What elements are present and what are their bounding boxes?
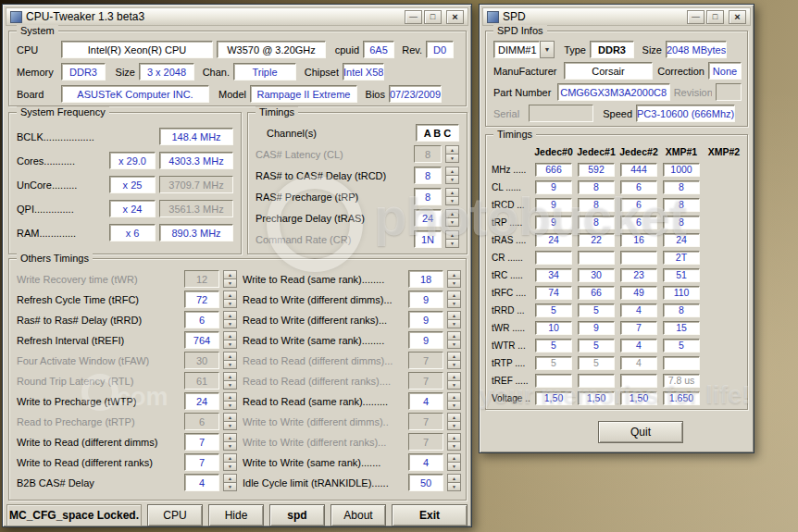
trtp-spinner[interactable]: ▲▼ [223, 413, 237, 430]
spin-down-icon[interactable]: ▼ [445, 175, 459, 184]
trefi-field[interactable]: 764 [184, 331, 219, 349]
trcd-field[interactable]: 8 [414, 167, 442, 184]
trp-spinner[interactable]: ▲▼ [445, 188, 459, 205]
maximize-icon[interactable]: □ [424, 10, 442, 24]
spin-down-icon[interactable]: ▼ [445, 154, 459, 163]
spin-down-icon[interactable]: ▼ [223, 319, 237, 328]
maximize-icon[interactable]: □ [706, 10, 724, 24]
minimize-icon[interactable]: — [687, 10, 704, 24]
ram-multiplier-field[interactable]: x 6 [109, 224, 156, 241]
tras-spinner[interactable]: ▲▼ [445, 209, 459, 227]
wtr-same-spinner[interactable]: ▲▼ [447, 270, 461, 288]
spin-up-icon[interactable]: ▲ [223, 270, 237, 278]
rtw-same-field[interactable]: 9 [408, 331, 443, 349]
spin-up-icon[interactable]: ▲ [223, 433, 237, 441]
rtr-same-field[interactable]: 4 [408, 392, 443, 410]
trrd-field[interactable]: 6 [184, 311, 219, 328]
wtr-ranks-field[interactable]: 7 [184, 453, 219, 471]
cr-field[interactable]: 1N [414, 230, 442, 248]
rtl-spinner[interactable]: ▲▼ [223, 372, 237, 390]
quit-button[interactable]: Quit [598, 421, 683, 443]
spin-up-icon[interactable]: ▲ [223, 331, 237, 340]
spin-down-icon[interactable]: ▼ [223, 401, 237, 410]
trrd-spinner[interactable]: ▲▼ [223, 311, 237, 328]
spin-up-icon[interactable]: ▲ [445, 230, 459, 239]
trcd-spinner[interactable]: ▲▼ [445, 167, 459, 184]
spin-down-icon[interactable]: ▼ [223, 482, 237, 491]
rtw-same-spinner[interactable]: ▲▼ [447, 331, 461, 349]
spin-up-icon[interactable]: ▲ [447, 352, 461, 360]
spin-up-icon[interactable]: ▲ [223, 372, 237, 380]
wtw-dimms-spinner[interactable]: ▲▼ [447, 413, 461, 430]
spd-button[interactable]: spd [269, 504, 325, 526]
spin-down-icon[interactable]: ▼ [223, 421, 237, 430]
spin-down-icon[interactable]: ▼ [447, 340, 461, 349]
spin-up-icon[interactable]: ▲ [223, 453, 237, 462]
spin-up-icon[interactable]: ▲ [223, 413, 237, 421]
hide-button[interactable]: Hide [208, 504, 264, 526]
spin-down-icon[interactable]: ▼ [223, 299, 237, 308]
trankidle-field[interactable]: 50 [408, 474, 443, 491]
wtr-ranks-spinner[interactable]: ▲▼ [223, 453, 237, 471]
spin-up-icon[interactable]: ▲ [445, 209, 459, 217]
exit-button[interactable]: Exit [392, 504, 468, 526]
spin-up-icon[interactable]: ▲ [445, 145, 459, 154]
spin-down-icon[interactable]: ▼ [223, 340, 237, 349]
spd-titlebar[interactable]: SPD — □ × [482, 7, 751, 26]
rtr-ranks-spinner[interactable]: ▲▼ [447, 372, 461, 390]
spin-up-icon[interactable]: ▲ [447, 331, 461, 340]
wtr-dimms-spinner[interactable]: ▲▼ [223, 433, 237, 451]
qpi-multiplier-field[interactable]: x 24 [109, 200, 156, 217]
spin-up-icon[interactable]: ▲ [223, 352, 237, 360]
spin-down-icon[interactable]: ▼ [447, 380, 461, 390]
trefi-spinner[interactable]: ▲▼ [223, 331, 237, 349]
spin-up-icon[interactable]: ▲ [447, 433, 461, 441]
trfc-spinner[interactable]: ▲▼ [223, 291, 237, 308]
spin-down-icon[interactable]: ▼ [447, 462, 461, 471]
cpu-tweaker-titlebar[interactable]: CPU-Tweaker 1.3 beta3 — □ × [6, 7, 468, 26]
spin-up-icon[interactable]: ▲ [445, 167, 459, 175]
wtr-same-field[interactable]: 18 [408, 270, 443, 288]
spin-up-icon[interactable]: ▲ [223, 291, 237, 299]
tfaw-spinner[interactable]: ▲▼ [223, 352, 237, 369]
spin-down-icon[interactable]: ▼ [223, 278, 237, 288]
wtr-dimms-field[interactable]: 7 [184, 433, 219, 451]
close-icon[interactable]: × [729, 10, 746, 24]
spin-down-icon[interactable]: ▼ [445, 196, 459, 205]
rtw-ranks-field[interactable]: 9 [408, 311, 443, 328]
trankidle-spinner[interactable]: ▲▼ [447, 474, 461, 491]
cpu-button[interactable]: CPU [147, 504, 203, 526]
spin-down-icon[interactable]: ▼ [223, 360, 237, 369]
spin-down-icon[interactable]: ▼ [447, 299, 461, 308]
trp-field[interactable]: 8 [414, 188, 442, 205]
spin-down-icon[interactable]: ▼ [223, 380, 237, 390]
spin-down-icon[interactable]: ▼ [447, 421, 461, 430]
uncore-multiplier-field[interactable]: x 25 [109, 176, 156, 193]
rtr-dimms-spinner[interactable]: ▲▼ [447, 352, 461, 369]
spin-up-icon[interactable]: ▲ [445, 188, 459, 196]
spin-down-icon[interactable]: ▼ [445, 217, 459, 227]
spin-down-icon[interactable]: ▼ [447, 482, 461, 491]
spin-up-icon[interactable]: ▲ [447, 311, 461, 319]
rtw-dimms-spinner[interactable]: ▲▼ [447, 291, 461, 308]
spin-up-icon[interactable]: ▲ [447, 413, 461, 421]
spin-down-icon[interactable]: ▼ [447, 441, 461, 451]
spin-down-icon[interactable]: ▼ [223, 462, 237, 471]
rtr-same-spinner[interactable]: ▲▼ [447, 392, 461, 410]
cr-spinner[interactable]: ▲▼ [445, 230, 459, 248]
spin-up-icon[interactable]: ▲ [447, 372, 461, 380]
rtw-ranks-spinner[interactable]: ▲▼ [447, 311, 461, 328]
twr-spinner[interactable]: ▲▼ [223, 270, 237, 288]
spin-down-icon[interactable]: ▼ [447, 319, 461, 328]
dimm-select[interactable]: DIMM#1 ▼ [493, 41, 555, 58]
close-icon[interactable]: × [446, 10, 464, 24]
minimize-icon[interactable]: — [405, 10, 422, 24]
twtp-spinner[interactable]: ▲▼ [223, 392, 237, 410]
spin-down-icon[interactable]: ▼ [447, 360, 461, 369]
chevron-down-icon[interactable]: ▼ [540, 41, 555, 58]
rtw-dimms-field[interactable]: 9 [408, 291, 443, 308]
cores-multiplier-field[interactable]: x 29.0 [109, 152, 156, 169]
trfc-field[interactable]: 72 [184, 291, 219, 308]
spin-up-icon[interactable]: ▲ [447, 392, 461, 401]
wtw-same-field[interactable]: 4 [408, 453, 443, 471]
